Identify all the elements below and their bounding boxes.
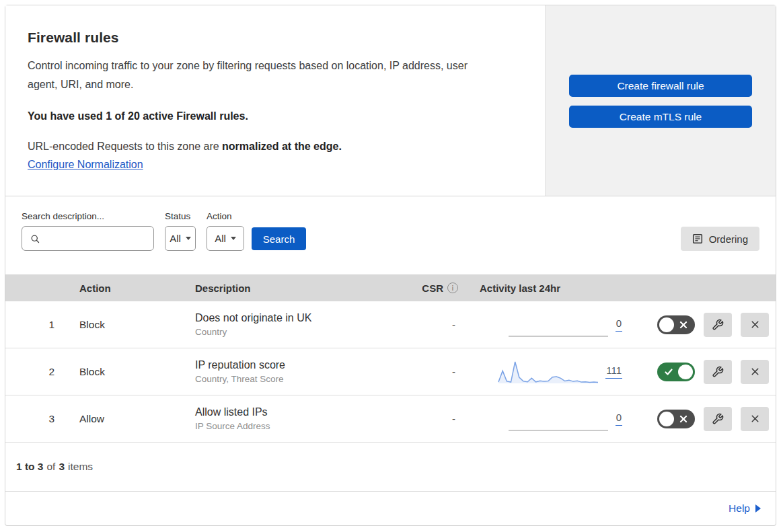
action-dropdown[interactable]: All xyxy=(207,226,244,251)
edit-rule-button[interactable] xyxy=(704,313,732,337)
search-box xyxy=(22,226,154,251)
csr-label: CSR xyxy=(422,282,443,294)
help-link[interactable]: Help xyxy=(729,502,750,515)
rule-csr-value: - xyxy=(397,413,468,424)
toggle-knob xyxy=(678,365,693,379)
column-csr: CSR i xyxy=(397,282,468,294)
search-input[interactable] xyxy=(46,233,153,244)
action-filter-label: Action xyxy=(207,211,252,221)
rules-list-section: Search description... Status All xyxy=(5,196,776,526)
table-row: 1 Block Does not originate in UK Country… xyxy=(5,301,776,348)
delete-rule-button[interactable] xyxy=(741,313,769,337)
arrow-right-icon xyxy=(755,504,761,512)
chevron-down-icon xyxy=(186,237,191,240)
rule-priority: 3 xyxy=(5,413,69,425)
rule-priority: 1 xyxy=(5,319,69,331)
rule-description-cell: Allow listed IPs IP Source Address xyxy=(185,406,397,431)
rule-description-cell: IP reputation score Country, Threat Scor… xyxy=(185,359,397,384)
help-row: Help xyxy=(5,491,776,525)
rule-activity-cell: 0 xyxy=(468,406,637,432)
firewall-rules-page: Firewall rules Control incoming traffic … xyxy=(5,5,776,526)
table-row: 2 Block IP reputation score Country, Thr… xyxy=(5,348,776,395)
edit-rule-button[interactable] xyxy=(704,407,732,431)
rule-enabled-toggle[interactable] xyxy=(657,410,695,428)
status-dropdown[interactable]: All xyxy=(165,226,196,251)
rule-fields: Country xyxy=(195,327,397,337)
wrench-icon xyxy=(712,366,724,378)
rule-fields: IP Source Address xyxy=(195,421,397,431)
search-icon xyxy=(30,233,40,244)
toggle-knob xyxy=(659,317,674,332)
normalization-note: URL-encoded Requests to this zone are no… xyxy=(28,141,523,153)
list-icon xyxy=(692,233,703,244)
items-count: 1 to 3 of 3 items xyxy=(5,443,776,491)
rule-controls xyxy=(637,313,776,337)
rule-action: Block xyxy=(69,366,185,378)
rule-activity-cell: 0 xyxy=(468,311,637,338)
items-of: of xyxy=(46,461,55,473)
rule-priority: 2 xyxy=(5,366,69,378)
normalization-bold: normalized at the edge. xyxy=(222,141,342,152)
wrench-icon xyxy=(712,413,724,425)
action-filter-value: All xyxy=(215,233,226,244)
wrench-icon xyxy=(712,319,724,331)
items-range: 1 to 3 xyxy=(16,461,43,473)
configure-normalization-link[interactable]: Configure Normalization xyxy=(28,159,143,170)
search-button[interactable]: Search xyxy=(252,227,306,250)
column-description: Description xyxy=(185,282,397,294)
chevron-down-icon xyxy=(231,237,236,240)
rule-action: Block xyxy=(69,319,185,331)
activity-sparkline xyxy=(508,406,609,432)
status-value: All xyxy=(170,233,181,244)
rule-description: Allow listed IPs xyxy=(195,406,397,418)
rule-action: Allow xyxy=(69,413,185,425)
normalization-text: URL-encoded Requests to this zone are xyxy=(28,141,219,152)
activity-count-link[interactable]: 0 xyxy=(616,317,622,332)
close-icon xyxy=(749,366,761,377)
ordering-label: Ordering xyxy=(709,233,748,245)
table-header: Action Description CSR i Activity last 2… xyxy=(5,274,776,301)
intro-card: Firewall rules Control incoming traffic … xyxy=(5,5,545,196)
rule-description: IP reputation score xyxy=(195,359,397,371)
page-description: Control incoming traffic to your zone by… xyxy=(28,56,498,93)
delete-rule-button[interactable] xyxy=(741,360,769,384)
activity-count-link[interactable]: 111 xyxy=(605,365,622,379)
edit-rule-button[interactable] xyxy=(704,360,732,384)
activity-sparkline xyxy=(498,358,599,385)
info-icon[interactable]: i xyxy=(447,282,458,293)
create-firewall-rule-button[interactable]: Create firewall rule xyxy=(569,75,752,97)
create-mtls-rule-button[interactable]: Create mTLS rule xyxy=(569,106,752,128)
column-action: Action xyxy=(69,282,185,294)
toggle-knob xyxy=(659,412,674,426)
filter-bar: Search description... Status All xyxy=(5,196,776,274)
header-section: Firewall rules Control incoming traffic … xyxy=(5,5,776,196)
rule-enabled-toggle[interactable] xyxy=(657,315,695,334)
usage-summary: You have used 1 of 20 active Firewall ru… xyxy=(28,110,523,122)
page-title: Firewall rules xyxy=(28,30,523,46)
actions-panel: Create firewall rule Create mTLS rule xyxy=(545,5,776,196)
rule-controls xyxy=(637,407,776,431)
ordering-button[interactable]: Ordering xyxy=(681,227,759,251)
rule-description: Does not originate in UK xyxy=(195,312,397,324)
x-icon xyxy=(679,321,687,329)
column-activity: Activity last 24hr xyxy=(468,282,637,294)
activity-sparkline xyxy=(508,311,609,338)
rule-enabled-toggle[interactable] xyxy=(657,363,695,381)
rule-csr-value: - xyxy=(397,319,468,330)
search-label: Search description... xyxy=(22,211,165,221)
delete-rule-button[interactable] xyxy=(741,407,769,431)
rule-controls xyxy=(637,360,776,384)
items-word: items xyxy=(68,461,93,473)
table-row: 3 Allow Allow listed IPs IP Source Addre… xyxy=(5,395,776,443)
rule-activity-cell: 111 xyxy=(468,358,637,385)
rule-description-cell: Does not originate in UK Country xyxy=(185,312,397,337)
close-icon xyxy=(749,413,761,424)
items-total: 3 xyxy=(59,461,65,473)
activity-count-link[interactable]: 0 xyxy=(616,412,622,426)
status-label: Status xyxy=(165,211,207,221)
close-icon xyxy=(749,319,761,330)
rule-fields: Country, Threat Score xyxy=(195,374,397,384)
check-icon xyxy=(665,368,673,376)
x-icon xyxy=(679,415,687,423)
rule-csr-value: - xyxy=(397,366,468,377)
